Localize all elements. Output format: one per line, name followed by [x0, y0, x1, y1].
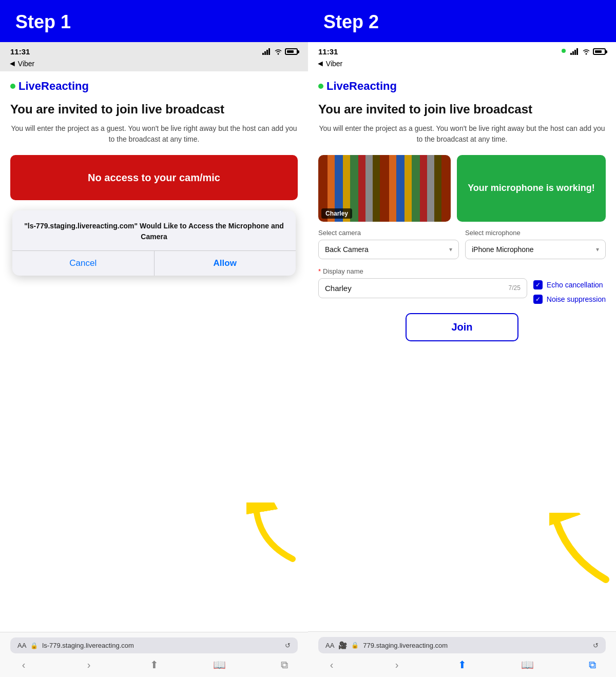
- reload-icon-1[interactable]: ↺: [285, 642, 291, 649]
- cancel-button[interactable]: Cancel: [12, 251, 155, 276]
- svg-rect-7: [572, 51, 574, 55]
- logo-dot-2: [318, 84, 323, 89]
- status-icons-2: [562, 48, 606, 55]
- wifi-icon-1: [274, 48, 282, 55]
- url-text-2: 779.staging.livereacting.com: [363, 642, 448, 649]
- svg-rect-8: [574, 50, 576, 55]
- mic-select-label: Select microphone: [465, 229, 606, 237]
- join-button[interactable]: Join: [406, 313, 518, 341]
- mic-working-box: Your microphone is working!: [457, 155, 606, 222]
- status-time-1: 11:31: [10, 47, 30, 56]
- mic-select-wrapper: Select microphone iPhone Microphone ▾: [465, 229, 606, 259]
- camera-mic-row: Charley Your microphone is working!: [318, 155, 606, 222]
- logo-1: LiveReacting: [10, 80, 298, 93]
- invite-title-2: You are invited to join live broadcast: [318, 102, 606, 117]
- camera-select-wrapper: Select camera Back Camera ▾: [318, 229, 459, 259]
- viber-label-2: Viber: [326, 60, 342, 68]
- display-name-label-text: Display name: [323, 267, 363, 275]
- back-arrow-2[interactable]: ◄: [316, 59, 324, 68]
- url-text-1: ls-779.staging.livereacting.com: [42, 642, 133, 649]
- step2-banner: Step 2: [308, 0, 616, 42]
- bookmarks-nav-2[interactable]: 📖: [519, 659, 535, 671]
- mic-select[interactable]: iPhone Microphone ▾: [465, 240, 606, 259]
- camera-red-icon: 🎥: [338, 641, 347, 649]
- svg-rect-6: [570, 53, 572, 55]
- nav-icons-1: ‹ › ⬆ 📖 ⧉: [10, 659, 298, 671]
- status-icons-1: [262, 48, 298, 55]
- status-time-2: 11:31: [318, 47, 338, 56]
- noise-suppression-row[interactable]: ✓ Noise suppression: [533, 295, 606, 304]
- display-name-label: * Display name: [318, 267, 606, 275]
- viber-label-1: Viber: [18, 60, 34, 68]
- nav-icons-2: ‹ › ⬆ 📖 ⧉: [318, 659, 606, 671]
- camera-name-badge: Charley: [321, 208, 352, 219]
- battery-icon-2: [593, 48, 606, 55]
- permission-dialog-text: "ls-779.staging.livereacting.com" Would …: [12, 210, 296, 250]
- logo-2: LiveReacting: [318, 80, 606, 93]
- invite-desc-1: You will enter the project as a guest. Y…: [10, 123, 298, 145]
- noise-check-icon: ✓: [535, 296, 541, 303]
- noise-checkbox[interactable]: ✓: [533, 295, 543, 304]
- viber-nav-1: ◄ Viber: [0, 58, 308, 71]
- name-input-wrapper[interactable]: Charley 7/25: [318, 278, 527, 298]
- tabs-nav-1[interactable]: ⧉: [276, 659, 293, 671]
- app-content-1: LiveReacting You are invited to join liv…: [0, 71, 308, 632]
- svg-rect-9: [576, 48, 578, 55]
- url-bar-1[interactable]: AA 🔒 ls-779.staging.livereacting.com ↺: [10, 637, 298, 653]
- invite-title-1: You are invited to join live broadcast: [10, 102, 298, 117]
- camera-select-value: Back Camera: [325, 245, 369, 254]
- permission-dialog-strong: "ls-779.staging.livereacting.com" Would …: [24, 222, 284, 241]
- share-nav-1[interactable]: ⬆: [146, 659, 162, 671]
- status-bar-2: 11:31: [308, 42, 616, 58]
- char-count: 7/25: [508, 284, 520, 292]
- url-bar-2[interactable]: AA 🎥 🔒 779.staging.livereacting.com ↺: [318, 637, 606, 653]
- camera-chevron-icon: ▾: [449, 246, 452, 253]
- battery-icon-1: [285, 48, 298, 55]
- logo-text-1: LiveReacting: [18, 80, 89, 93]
- name-options-row: Charley 7/25 ✓ Echo cancellation ✓: [318, 278, 606, 304]
- permission-buttons: Cancel Allow: [12, 250, 296, 276]
- forward-nav-1[interactable]: ›: [81, 659, 97, 671]
- back-nav-2[interactable]: ‹: [323, 659, 340, 671]
- display-name-section: * Display name Charley 7/25 ✓ Echo cance…: [318, 267, 606, 304]
- echo-cancellation-row[interactable]: ✓ Echo cancellation: [533, 280, 606, 289]
- logo-dot-1: [10, 84, 15, 89]
- status-bar-1: 11:31: [0, 42, 308, 58]
- svg-point-10: [586, 53, 587, 55]
- aa-label-1: AA: [17, 642, 26, 649]
- invite-desc-2: You will enter the project as a guest. Y…: [318, 123, 606, 145]
- step2-screen: 11:31 ◄: [308, 42, 616, 677]
- no-access-btn: No access to your cam/mic: [10, 155, 298, 200]
- back-nav-1[interactable]: ‹: [15, 659, 32, 671]
- svg-rect-0: [262, 53, 264, 55]
- step1-screen: 11:31: [0, 42, 308, 677]
- logo-text-2: LiveReacting: [326, 80, 397, 93]
- tabs-nav-2[interactable]: ⧉: [584, 659, 601, 671]
- bookmarks-nav-1[interactable]: 📖: [211, 659, 227, 671]
- svg-rect-3: [268, 48, 270, 55]
- svg-rect-2: [266, 50, 268, 55]
- share-nav-2[interactable]: ⬆: [454, 659, 470, 671]
- back-arrow-1[interactable]: ◄: [8, 59, 16, 68]
- required-star: *: [318, 267, 321, 275]
- noise-label: Noise suppression: [547, 295, 606, 303]
- allow-button[interactable]: Allow: [155, 251, 296, 276]
- lock-icon-2: 🔒: [351, 642, 359, 649]
- reload-icon-2[interactable]: ↺: [593, 642, 599, 649]
- svg-point-4: [278, 53, 279, 55]
- bottom-bar-2: AA 🎥 🔒 779.staging.livereacting.com ↺ ‹ …: [308, 631, 616, 677]
- viber-nav-2: ◄ Viber: [308, 58, 616, 71]
- step1-banner: Step 1: [0, 0, 308, 42]
- forward-nav-2[interactable]: ›: [389, 659, 405, 671]
- lock-icon-1: 🔒: [30, 642, 38, 649]
- wifi-icon-2: [582, 48, 590, 55]
- bottom-bar-1: AA 🔒 ls-779.staging.livereacting.com ↺ ‹…: [0, 632, 308, 677]
- name-input-value: Charley: [325, 284, 352, 293]
- signal-icon-2: [570, 48, 580, 55]
- green-dot-2: [562, 49, 566, 53]
- permission-dialog: "ls-779.staging.livereacting.com" Would …: [12, 210, 296, 276]
- aa-label-2: AA: [325, 642, 334, 649]
- echo-checkbox[interactable]: ✓: [533, 280, 543, 289]
- camera-select[interactable]: Back Camera ▾: [318, 240, 459, 259]
- camera-select-label: Select camera: [318, 229, 459, 237]
